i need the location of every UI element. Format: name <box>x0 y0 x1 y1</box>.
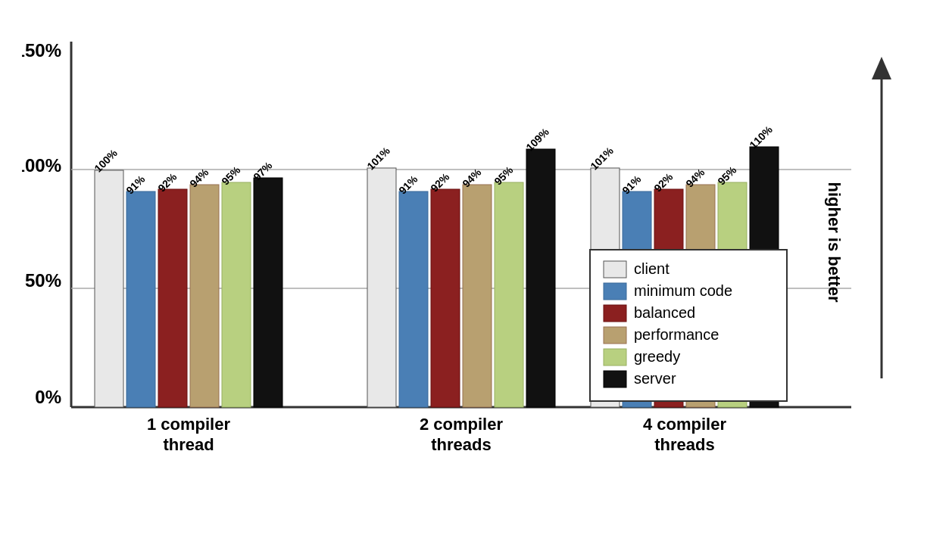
x-label-4threads: 4 compiler <box>642 415 726 434</box>
svg-rect-24 <box>604 283 626 300</box>
x-label-2threads: 2 compiler <box>419 415 502 434</box>
svg-text:client: client <box>634 260 670 277</box>
bar-g1-balanced <box>158 189 187 407</box>
bar-g1-perf <box>190 185 219 407</box>
bar-g2-client <box>367 168 396 407</box>
chart-svg: 150% 100% 50% 0% 100% 91% 92% 94% 95% <box>22 15 931 545</box>
svg-rect-22 <box>604 261 626 278</box>
svg-text:performance: performance <box>634 326 719 343</box>
svg-text:minimum code: minimum code <box>634 282 732 299</box>
y-label-150: 150% <box>22 40 61 61</box>
bar-g2-server <box>526 149 555 407</box>
chart-container: 150% 100% 50% 0% 100% 91% 92% 94% 95% <box>22 15 931 545</box>
bar-g1-client <box>95 170 123 407</box>
svg-text:server: server <box>634 370 676 387</box>
svg-text:greedy: greedy <box>634 348 680 365</box>
bar-g2-balanced <box>431 189 460 407</box>
svg-marker-35 <box>872 57 891 79</box>
y-label-50: 50% <box>24 270 61 291</box>
y-label-0: 0% <box>35 387 61 407</box>
bar-g2-mincode <box>399 191 428 407</box>
bar-g2-greedy <box>495 182 523 407</box>
svg-text:balanced: balanced <box>634 304 695 321</box>
x-label-2threads-2: threads <box>431 435 491 454</box>
svg-rect-30 <box>604 349 626 366</box>
x-label-1thread: 1 compiler <box>146 415 229 434</box>
bar-g1-mincode <box>126 191 155 407</box>
bar-g2-perf <box>463 185 492 407</box>
bar-g1-server <box>254 178 282 407</box>
svg-rect-32 <box>604 371 626 387</box>
bar-g1-greedy <box>222 182 251 407</box>
x-label-1thread-2: thread <box>163 435 214 454</box>
x-label-4threads-2: threads <box>654 435 714 454</box>
svg-rect-28 <box>604 327 626 344</box>
svg-rect-26 <box>604 305 626 322</box>
annotation-text: higher is better <box>825 182 844 303</box>
y-label-100: 100% <box>22 155 61 176</box>
